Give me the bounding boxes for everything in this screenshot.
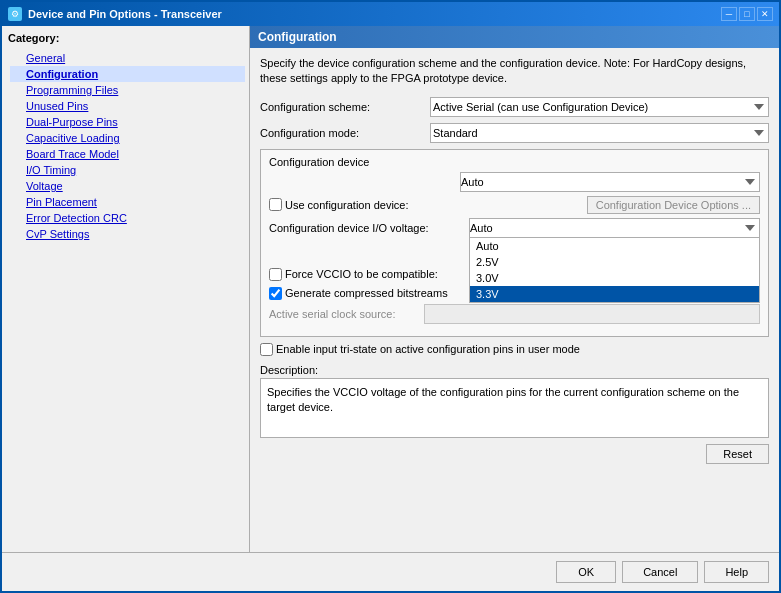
cancel-button[interactable]: Cancel: [622, 561, 698, 583]
section-content: Specify the device configuration scheme …: [250, 48, 779, 552]
sidebar-item-programming-files[interactable]: Programming Files: [10, 82, 245, 98]
tristate-checkbox[interactable]: [260, 343, 273, 356]
io-voltage-container: Auto Auto 2.5V 3.0V 3.3V: [469, 218, 760, 238]
title-controls: ─ □ ✕: [721, 7, 773, 21]
io-voltage-label: Configuration device I/O voltage:: [269, 222, 469, 234]
generate-compressed-checkbox[interactable]: [269, 287, 282, 300]
sidebar-item-board-trace-model[interactable]: Board Trace Model: [10, 146, 245, 162]
config-mode-row: Configuration mode: Standard: [260, 123, 769, 143]
title-bar-left: ⚙ Device and Pin Options - Transceiver: [8, 7, 222, 21]
main-window: ⚙ Device and Pin Options - Transceiver ─…: [0, 0, 781, 593]
config-device-group: Configuration device Auto Use configurat…: [260, 149, 769, 337]
sidebar-item-configuration[interactable]: Configuration: [10, 66, 245, 82]
generate-compressed-label: Generate compressed bitstreams: [285, 287, 448, 299]
section-header: Configuration: [250, 26, 779, 48]
description-label: Description:: [260, 364, 769, 376]
sidebar-item-general[interactable]: General: [10, 50, 245, 66]
section-description: Specify the device configuration scheme …: [260, 56, 769, 87]
active-serial-select[interactable]: [424, 304, 760, 324]
category-tree: General Configuration Programming Files …: [6, 50, 245, 242]
io-voltage-row: Configuration device I/O voltage: Auto A…: [269, 218, 760, 238]
config-device-select[interactable]: Auto: [460, 172, 760, 192]
config-device-options-button[interactable]: Configuration Device Options ...: [587, 196, 760, 214]
active-serial-row: Active serial clock source:: [269, 304, 760, 324]
title-bar: ⚙ Device and Pin Options - Transceiver ─…: [2, 2, 779, 26]
sidebar-item-io-timing[interactable]: I/O Timing: [10, 162, 245, 178]
force-vccio-checkbox[interactable]: [269, 268, 282, 281]
dropdown-option-3-0v[interactable]: 3.0V: [470, 270, 759, 286]
device-dropdown-row: Auto: [269, 172, 760, 192]
reset-button[interactable]: Reset: [706, 444, 769, 464]
config-device-group-title: Configuration device: [269, 156, 760, 168]
close-button[interactable]: ✕: [757, 7, 773, 21]
config-mode-select[interactable]: Standard: [430, 123, 769, 143]
footer: OK Cancel Help: [2, 552, 779, 591]
ok-button[interactable]: OK: [556, 561, 616, 583]
tristate-row: Enable input tri-state on active configu…: [260, 343, 769, 356]
force-vccio-label: Force VCCIO to be compatible:: [285, 268, 438, 280]
io-voltage-dropdown[interactable]: Auto 2.5V 3.0V 3.3V: [469, 238, 760, 303]
reset-row: Reset: [260, 444, 769, 464]
config-scheme-label: Configuration scheme:: [260, 101, 430, 113]
window-title: Device and Pin Options - Transceiver: [28, 8, 222, 20]
sidebar-item-dual-purpose-pins[interactable]: Dual-Purpose Pins: [10, 114, 245, 130]
dropdown-option-auto[interactable]: Auto: [470, 238, 759, 254]
category-panel: Category: General Configuration Programm…: [2, 26, 250, 552]
description-section: Description: Specifies the VCCIO voltage…: [260, 364, 769, 438]
dropdown-option-2-5v[interactable]: 2.5V: [470, 254, 759, 270]
category-label: Category:: [6, 30, 245, 46]
minimize-button[interactable]: ─: [721, 7, 737, 21]
sidebar-item-voltage[interactable]: Voltage: [10, 178, 245, 194]
maximize-button[interactable]: □: [739, 7, 755, 21]
config-scheme-row: Configuration scheme: Active Serial (can…: [260, 97, 769, 117]
use-config-device-row: Use configuration device: Configuration …: [269, 196, 760, 214]
main-content: Category: General Configuration Programm…: [2, 26, 779, 552]
sidebar-item-pin-placement[interactable]: Pin Placement: [10, 194, 245, 210]
io-voltage-select[interactable]: Auto: [469, 218, 760, 238]
description-box: Specifies the VCCIO voltage of the confi…: [260, 378, 769, 438]
sidebar-item-unused-pins[interactable]: Unused Pins: [10, 98, 245, 114]
config-mode-label: Configuration mode:: [260, 127, 430, 139]
window-icon: ⚙: [8, 7, 22, 21]
right-panel: Configuration Specify the device configu…: [250, 26, 779, 552]
sidebar-item-capacitive-loading[interactable]: Capacitive Loading: [10, 130, 245, 146]
active-serial-label: Active serial clock source:: [269, 308, 424, 320]
help-button[interactable]: Help: [704, 561, 769, 583]
sidebar-item-error-detection-crc[interactable]: Error Detection CRC: [10, 210, 245, 226]
dropdown-option-3-3v[interactable]: 3.3V: [470, 286, 759, 302]
tristate-label: Enable input tri-state on active configu…: [276, 343, 580, 355]
use-config-device-label: Use configuration device:: [285, 199, 409, 211]
sidebar-item-cvp-settings[interactable]: CvP Settings: [10, 226, 245, 242]
config-scheme-select[interactable]: Active Serial (can use Configuration Dev…: [430, 97, 769, 117]
use-config-device-checkbox[interactable]: [269, 198, 282, 211]
